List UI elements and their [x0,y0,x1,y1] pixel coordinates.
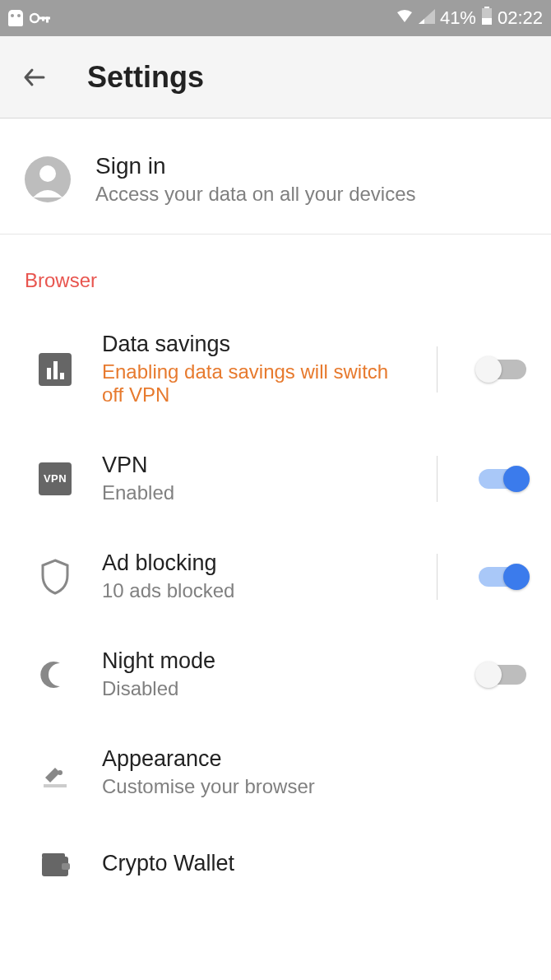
vpn-title: VPN [102,453,410,478]
vpn-icon: VPN [35,458,76,499]
back-button[interactable] [18,61,51,94]
appearance-title: Appearance [102,746,526,772]
svg-rect-2 [46,17,49,23]
setting-data-savings[interactable]: Data savings Enabling data savings will … [0,309,551,430]
vpn-toggle[interactable] [479,469,526,489]
vpn-subtitle: Enabled [102,481,410,504]
data-savings-subtitle: Enabling data savings will switch off VP… [102,360,410,406]
night-mode-toggle[interactable] [479,665,526,685]
data-savings-title: Data savings [102,332,410,357]
divider [437,554,438,600]
appearance-subtitle: Customise your browser [102,775,526,798]
svg-rect-4 [484,7,489,8]
setting-ad-blocking[interactable]: Ad blocking 10 ads blocked [0,527,551,625]
setting-appearance[interactable]: Appearance Customise your browser [0,723,551,821]
night-mode-title: Night mode [102,648,452,674]
status-bar: 41% 02:22 [0,0,551,36]
status-right: 41% 02:22 [396,7,543,30]
svg-rect-13 [62,863,70,870]
svg-rect-6 [482,18,492,25]
svg-rect-3 [42,17,44,21]
divider [437,456,438,502]
shield-icon [35,556,76,597]
appearance-icon [35,752,76,793]
setting-vpn[interactable]: VPN VPN Enabled [0,430,551,527]
svg-point-9 [58,770,63,775]
section-browser: Browser [0,235,551,309]
arrow-left-icon [21,63,49,91]
svg-point-8 [39,165,56,182]
sign-in-text: Sign in Access your data on all your dev… [95,153,416,206]
ad-blocking-title: Ad blocking [102,550,410,576]
status-left [8,7,51,29]
setting-crypto-wallet[interactable]: Crypto Wallet [0,821,551,908]
signal-icon [419,7,435,29]
crypto-wallet-title: Crypto Wallet [102,851,526,876]
svg-rect-12 [42,853,65,858]
ghost-icon [8,10,23,26]
chart-icon [35,349,76,390]
page-title: Settings [87,60,204,95]
sign-in-title: Sign in [95,153,416,179]
avatar-icon [25,156,71,202]
app-header: Settings [0,36,551,118]
clock-time: 02:22 [498,7,543,29]
wifi-icon [396,7,414,29]
setting-night-mode[interactable]: Night mode Disabled [0,625,551,723]
sign-in-row[interactable]: Sign in Access your data on all your dev… [0,125,551,235]
ad-blocking-toggle[interactable] [479,567,526,587]
battery-percent: 41% [440,7,476,29]
ad-blocking-subtitle: 10 ads blocked [102,579,410,602]
night-mode-subtitle: Disabled [102,677,452,700]
moon-icon [35,654,76,695]
svg-point-0 [30,14,39,22]
key-icon [30,7,51,29]
svg-rect-10 [44,784,67,787]
battery-icon [481,7,493,30]
data-savings-toggle[interactable] [479,360,526,379]
wallet-icon [35,844,76,885]
divider [437,346,438,392]
sign-in-subtitle: Access your data on all your devices [95,183,416,206]
